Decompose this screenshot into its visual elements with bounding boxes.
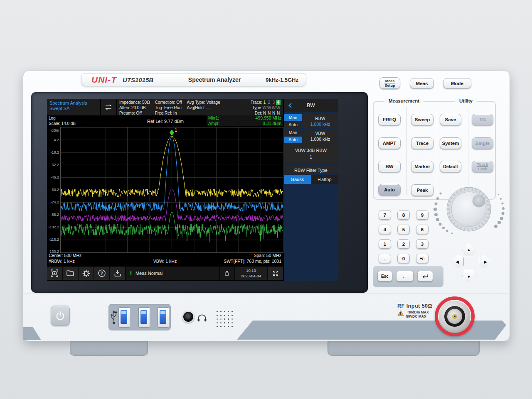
status-col-trig: Correction: Off Trig: Free Run Freq Ref:…: [155, 100, 182, 115]
rf-warning-line1: +30dBm MAX: [406, 310, 429, 314]
meas-setup-button[interactable]: MeasSetup: [379, 77, 400, 89]
usb-icon: [111, 310, 117, 325]
help-button[interactable]: ?: [94, 267, 109, 280]
usb-port-1: [118, 307, 130, 328]
speaker-grille: [214, 309, 235, 328]
menu-item-rbw: Man Auto RBW 1.000 kHz: [284, 114, 338, 128]
tg-button[interactable]: TG: [472, 114, 493, 125]
key-7[interactable]: 7: [379, 210, 391, 220]
clock-readout[interactable]: 10:10 2023-04-04: [235, 267, 267, 280]
y-tick: -74.2: [47, 200, 59, 205]
touch-lock-button[interactable]: TouchLock: [472, 161, 493, 172]
key-6[interactable]: 6: [416, 225, 429, 234]
rbw-value-cell[interactable]: RBW 1.000 kHz: [303, 114, 338, 128]
span-readout: Span: 50 MHz: [254, 253, 281, 258]
screenshot-button[interactable]: [47, 267, 62, 280]
menu-title: BW: [284, 103, 338, 108]
measurement-status: i Meas Normal: [126, 267, 219, 280]
header-strip: UNI-T UTS1015B Spectrum Analyzer 9kHz-1.…: [81, 73, 306, 86]
knob-dimple: [473, 195, 485, 207]
key-2[interactable]: 2: [397, 239, 410, 249]
key-4[interactable]: 4: [379, 225, 391, 234]
spectrum-plot[interactable]: 1: [60, 127, 283, 253]
save-button[interactable]: Save: [440, 114, 461, 125]
folder-icon: [66, 269, 74, 277]
rf-input-label: RF Input 50Ω: [397, 303, 432, 309]
mode-line2: Swept SA: [49, 106, 98, 111]
menu-header[interactable]: BW: [284, 99, 338, 112]
status-col-input: Impedance: 50Ω Atten: 20.0 dB Preamp: Of…: [119, 100, 150, 115]
ampt-button[interactable]: AMPT: [378, 137, 401, 149]
download-icon: [113, 269, 122, 277]
marker-readout: Mkr1:499.950 MHz Ampt:-0.31 dBm: [207, 115, 283, 126]
freq-button[interactable]: FREQ: [378, 114, 401, 125]
y-tick: -18.2: [47, 150, 59, 155]
mode-readout[interactable]: Spectrum Analysis Swept SA: [47, 99, 100, 115]
softkey-menu: BW Man Auto RBW 1.000 kHz Man Auto VBW: [284, 99, 338, 281]
backspace-button[interactable]: ←: [396, 271, 414, 282]
gear-icon: [82, 269, 91, 278]
rotary-knob[interactable]: [432, 179, 507, 242]
scale-readout: Log Scale: 14.0 dB: [49, 115, 76, 126]
filter-flattop-option[interactable]: Flattop: [311, 175, 338, 184]
key-5[interactable]: 5: [397, 225, 410, 234]
settings-button[interactable]: [79, 267, 94, 280]
default-button[interactable]: Default: [440, 161, 461, 172]
rbw-auto-toggle[interactable]: Auto: [284, 122, 302, 129]
vbw-value-cell[interactable]: VBW 1.000 kHz: [303, 129, 338, 143]
lock-icon: [224, 270, 230, 277]
esc-button[interactable]: Esc: [377, 271, 392, 282]
status-readout[interactable]: Impedance: 50Ω Atten: 20.0 dB Preamp: Of…: [117, 99, 283, 115]
info-icon: i: [130, 271, 132, 276]
auto-button[interactable]: Auto: [378, 184, 401, 196]
section-label-measurement: Measurement: [384, 98, 424, 103]
rf-input-label-block: RF Input 50Ω +30dBm MAX 50VDC MAX: [397, 303, 432, 318]
left-foot: [70, 340, 148, 356]
vbw-man-toggle[interactable]: Man: [284, 129, 302, 136]
continuous-sweep-button[interactable]: [101, 99, 116, 115]
key-9[interactable]: 9: [416, 210, 429, 220]
peak-button[interactable]: Peak: [411, 184, 433, 196]
enter-button[interactable]: [417, 271, 433, 282]
panel-divider: [406, 107, 407, 195]
key-3[interactable]: 3: [416, 239, 429, 249]
bw-button[interactable]: BW: [378, 161, 401, 172]
mode-button[interactable]: Mode: [443, 78, 471, 88]
vbw-auto-toggle[interactable]: Auto: [284, 137, 302, 144]
key-1[interactable]: 1: [379, 239, 391, 249]
marker-button[interactable]: Marker: [411, 161, 433, 172]
power-icon: [55, 310, 66, 321]
key-plus-minus[interactable]: +/-: [416, 254, 429, 263]
product-title: Spectrum Analyzer: [169, 76, 260, 83]
usb-panel: [108, 304, 171, 330]
filter-gauss-option[interactable]: Gauss: [284, 175, 311, 184]
key-0[interactable]: 0: [397, 254, 410, 263]
sweep-button[interactable]: Sweep: [411, 114, 433, 125]
usb-port-2: [138, 307, 150, 328]
time-text: 10:10: [246, 268, 256, 273]
expand-icon: [272, 269, 279, 277]
power-button[interactable]: [51, 306, 70, 326]
rf-warning-line2: 50VDC MAX: [406, 314, 429, 318]
menu-item-vbw-rbw-ratio[interactable]: VBW:3dB RBW 1: [284, 144, 338, 163]
y-tick: -116.2: [47, 237, 59, 242]
lock-status[interactable]: [220, 267, 234, 280]
mode-line1: Spectrum Analysis: [49, 100, 98, 106]
key-8[interactable]: 8: [397, 210, 410, 220]
rf-input-connector: [435, 296, 475, 336]
lcd-screen: Spectrum Analysis Swept SA Impedance: 50…: [47, 99, 338, 281]
file-manager-button[interactable]: [63, 267, 78, 280]
body-seam: [23, 294, 509, 294]
y-tick: -60.2: [47, 187, 59, 193]
save-screen-button[interactable]: [110, 267, 125, 280]
key-dot[interactable]: .: [379, 254, 391, 263]
trace-button[interactable]: Trace: [411, 137, 433, 149]
center-freq-readout: Center: 500 MHz: [49, 253, 81, 258]
single-button[interactable]: Single: [472, 137, 493, 149]
red-warning-ring: [435, 296, 475, 336]
rbw-man-toggle[interactable]: Man: [284, 114, 302, 121]
fullscreen-button[interactable]: [268, 267, 283, 280]
system-button[interactable]: System: [440, 137, 461, 149]
meas-button[interactable]: Meas: [410, 78, 434, 88]
menu-item-filter-type-label: RBW Filter Type: [284, 166, 338, 174]
